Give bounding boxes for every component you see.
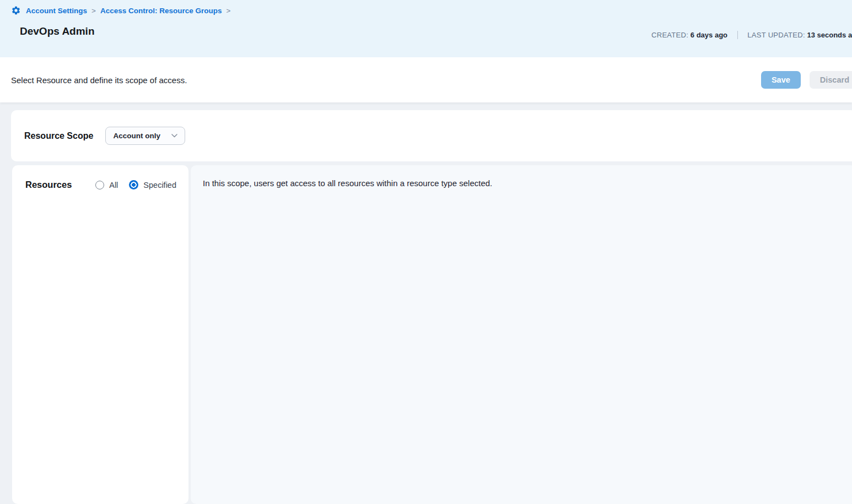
- resources-radio-group: All Specified: [95, 180, 176, 189]
- resources-title: Resources: [25, 180, 72, 190]
- resources-sidebar: Resources All Specified: [12, 165, 188, 504]
- last-updated-label: LAST UPDATED:: [747, 31, 805, 39]
- save-button[interactable]: Save: [761, 71, 801, 89]
- gear-icon: [11, 6, 21, 15]
- created-value: 6 days ago: [691, 31, 727, 39]
- radio-selected-icon[interactable]: [129, 180, 138, 189]
- resources-specified-radio[interactable]: Specified: [129, 180, 176, 189]
- chevron-down-icon: [171, 134, 177, 138]
- page-title: DevOps Admin: [20, 25, 95, 37]
- resources-all-radio[interactable]: All: [95, 181, 118, 189]
- resource-scope-select[interactable]: Account only: [105, 127, 185, 145]
- action-bar: Select Resource and define its scope of …: [0, 57, 852, 102]
- breadcrumb-separator: >: [226, 7, 230, 15]
- resource-scope-label: Resource Scope: [24, 131, 93, 141]
- page-header: Account Settings > Access Control: Resou…: [0, 0, 852, 57]
- resource-scope-card: Resource Scope Account only: [11, 110, 852, 161]
- breadcrumb-separator: >: [91, 7, 96, 15]
- breadcrumb-account-settings[interactable]: Account Settings: [26, 7, 87, 15]
- scope-description: In this scope, users get access to all r…: [203, 178, 848, 188]
- action-buttons: Save Discard: [761, 71, 852, 89]
- resource-scope-selected-value: Account only: [113, 132, 160, 140]
- scope-panel: In this scope, users get access to all r…: [191, 165, 852, 504]
- meta-divider: [737, 31, 738, 39]
- resources-header: Resources All Specified: [12, 165, 188, 201]
- meta-info: CREATED: 6 days ago LAST UPDATED: 13 sec…: [651, 31, 852, 39]
- radio-unselected-icon[interactable]: [95, 181, 104, 189]
- discard-button[interactable]: Discard: [810, 71, 852, 89]
- breadcrumb-access-control[interactable]: Access Control: Resource Groups: [100, 7, 222, 15]
- breadcrumb: Account Settings > Access Control: Resou…: [11, 6, 235, 15]
- created-label: CREATED:: [651, 31, 688, 39]
- content-area: Resources All Specified In this scope, u…: [12, 165, 852, 504]
- instruction-text: Select Resource and define its scope of …: [11, 75, 187, 85]
- last-updated-value: 13 seconds ago: [807, 31, 852, 39]
